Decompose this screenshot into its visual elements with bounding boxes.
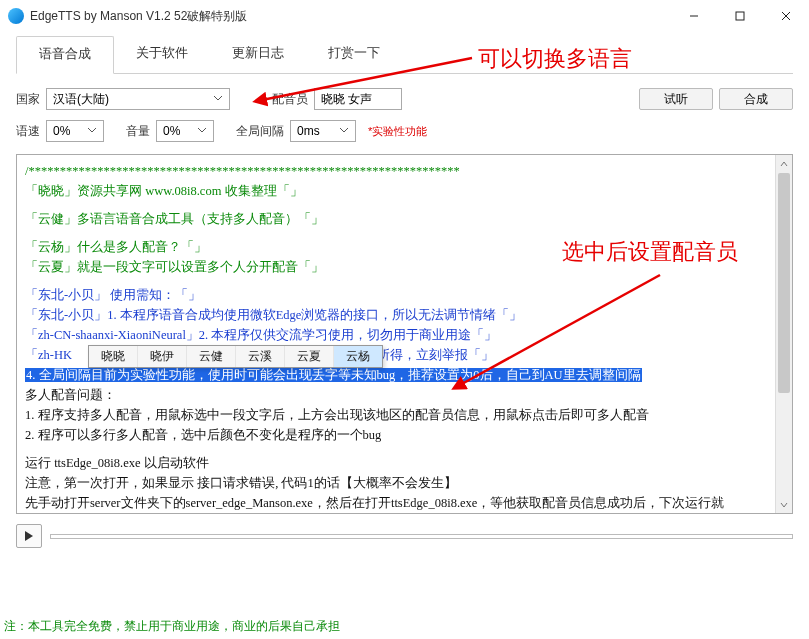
scrollbar-thumb[interactable] <box>778 173 790 393</box>
voice-option[interactable]: 云健 <box>187 346 236 367</box>
editor-line: 「zh-HK <box>25 348 72 362</box>
chevron-down-icon <box>87 124 97 138</box>
voice-actor-label: 配音员 <box>272 91 308 108</box>
tab-synthesis[interactable]: 语音合成 <box>16 36 114 74</box>
chevron-down-icon <box>197 124 207 138</box>
speed-value: 0% <box>53 124 70 138</box>
editor-line: 「云夏」就是一段文字可以设置多个人分开配音「」 <box>25 260 324 274</box>
editor-line: 先手动打开server文件夹下的server_edge_Manson.exe，然… <box>25 493 767 513</box>
voice-option[interactable]: 晓伊 <box>138 346 187 367</box>
window-controls <box>671 0 809 32</box>
row-main-controls: 国家 汉语(大陆) 配音员 晓晓 女声 试听 合成 <box>16 88 793 110</box>
editor-line: 「云健」多语言语音合成工具（支持多人配音）「」 <box>25 212 324 226</box>
volume-select[interactable]: 0% <box>156 120 214 142</box>
interval-value: 0ms <box>297 124 320 138</box>
maximize-button[interactable] <box>717 0 763 32</box>
tab-donate[interactable]: 打赏一下 <box>306 36 402 73</box>
editor-line: 多人配音问题： <box>25 385 767 405</box>
tab-bar: 语音合成 关于软件 更新日志 打赏一下 <box>16 36 793 74</box>
volume-value: 0% <box>163 124 180 138</box>
progress-slider[interactable] <box>50 534 793 539</box>
chevron-down-icon <box>339 124 349 138</box>
vertical-scrollbar[interactable] <box>775 155 792 513</box>
scroll-down-icon[interactable] <box>776 496 792 513</box>
voice-option[interactable]: 晓晓 <box>89 346 138 367</box>
window-title: EdgeTTS by Manson V1.2 52破解特别版 <box>30 8 671 25</box>
voice-actor-select[interactable]: 晓晓 女声 <box>314 88 402 110</box>
editor-line: 所得，立刻举报「」 <box>377 348 494 362</box>
editor-line: /***************************************… <box>25 161 767 181</box>
tab-changelog[interactable]: 更新日志 <box>210 36 306 73</box>
editor-line: 1. 程序支持多人配音，用鼠标选中一段文字后，上方会出现该地区的配音员信息，用鼠… <box>25 405 767 425</box>
synthesize-button[interactable]: 合成 <box>719 88 793 110</box>
editor-line: 「zh-CN-shaanxi-XiaoniNeural」2. 本程序仅供交流学习… <box>25 328 497 342</box>
scroll-up-icon[interactable] <box>776 155 792 172</box>
editor-line: 「东北-小贝」1. 本程序语音合成均使用微软Edge浏览器的接口，所以无法调节情… <box>25 308 522 322</box>
voice-popup-menu: 晓晓 晓伊 云健 云溪 云夏 云杨 <box>88 345 383 368</box>
editor-line: 注意，第一次打开，如果显示 接口请求错误, 代码1的话【大概率不会发生】 <box>25 473 767 493</box>
editor-line: 「云杨」什么是多人配音？「」 <box>25 240 207 254</box>
text-editor[interactable]: /***************************************… <box>16 154 793 514</box>
play-icon <box>24 530 34 542</box>
interval-label: 全局间隔 <box>236 123 284 140</box>
chevron-down-icon <box>213 92 223 106</box>
app-icon <box>8 8 24 24</box>
play-button[interactable] <box>16 524 42 548</box>
country-label: 国家 <box>16 91 40 108</box>
experimental-label: *实验性功能 <box>368 124 427 139</box>
row-params: 语速 0% 音量 0% 全局间隔 0ms *实验性功能 <box>16 120 793 142</box>
voice-option[interactable]: 云夏 <box>285 346 334 367</box>
svg-rect-1 <box>736 12 744 20</box>
editor-selected-line: 4. 全局间隔目前为实验性功能，使用时可能会出现丢字等未知bug，推荐设置为0后… <box>25 368 642 382</box>
speed-select[interactable]: 0% <box>46 120 104 142</box>
preview-button[interactable]: 试听 <box>639 88 713 110</box>
voice-actor-value: 晓晓 女声 <box>321 91 372 108</box>
voice-option[interactable]: 云溪 <box>236 346 285 367</box>
minimize-button[interactable] <box>671 0 717 32</box>
tab-about[interactable]: 关于软件 <box>114 36 210 73</box>
titlebar: EdgeTTS by Manson V1.2 52破解特别版 <box>0 0 809 32</box>
interval-select[interactable]: 0ms <box>290 120 356 142</box>
editor-line: 运行 ttsEdge_08i8.exe 以启动软件 <box>25 453 767 473</box>
close-button[interactable] <box>763 0 809 32</box>
player-bar <box>16 524 793 548</box>
editor-line: 2. 程序可以多行多人配音，选中后颜色不变化是程序的一个bug <box>25 425 767 445</box>
speed-label: 语速 <box>16 123 40 140</box>
voice-option-selected[interactable]: 云杨 <box>334 346 382 367</box>
footer-note: 注：本工具完全免费，禁止用于商业用途，商业的后果自己承担 <box>0 612 809 639</box>
editor-line: 「晓晓」资源共享网 www.08i8.com 收集整理「」 <box>25 184 303 198</box>
editor-line: 「东北-小贝」 使用需知：「」 <box>25 288 201 302</box>
volume-label: 音量 <box>126 123 150 140</box>
country-select[interactable]: 汉语(大陆) <box>46 88 230 110</box>
country-value: 汉语(大陆) <box>53 91 109 108</box>
